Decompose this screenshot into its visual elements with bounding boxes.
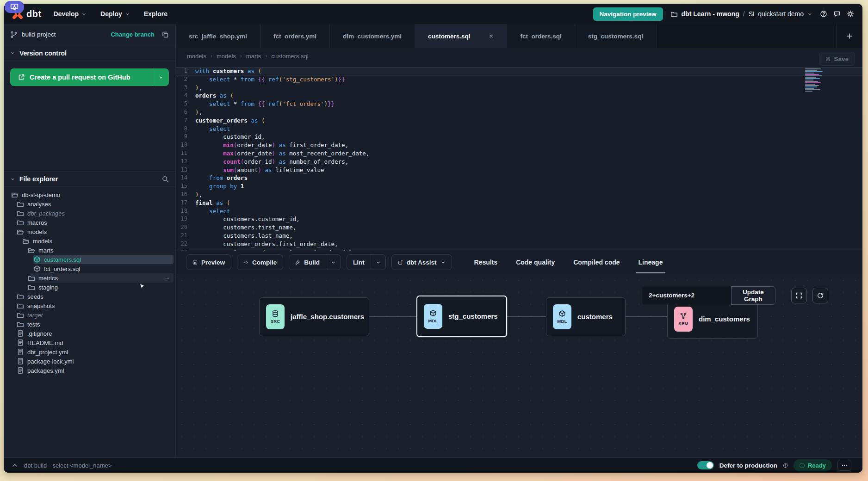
help-circle-icon[interactable]	[783, 463, 788, 468]
action-button-main[interactable]: Lint	[347, 255, 371, 270]
code-line[interactable]: 9 customer_id,	[176, 133, 862, 141]
tree-item-seeds[interactable]: seeds	[17, 292, 174, 301]
action-build-button[interactable]: Build	[289, 254, 341, 270]
tab-src-jaffle-shop-yml[interactable]: src_jaffle_shop.yml	[176, 24, 260, 48]
menu-develop[interactable]: Develop	[54, 10, 87, 18]
tree-item-macros[interactable]: macros	[17, 218, 174, 227]
tree-item-packages-yml[interactable]: packages.yml	[17, 366, 174, 375]
panel-tab-compiled-code[interactable]: Compiled code	[572, 257, 620, 268]
help-icon[interactable]	[820, 10, 827, 18]
tree-item-analyses[interactable]: analyses	[17, 199, 174, 209]
navigation-preview-button[interactable]: Navigation preview	[593, 7, 663, 21]
code-line[interactable]: 12 count(order_id) as number_of_orders,	[176, 158, 862, 166]
lineage-node-dim-customers[interactable]: SEMdim_customers	[667, 300, 758, 339]
tab-stg-customers-sql[interactable]: stg_customers.sql	[575, 24, 657, 48]
code-line[interactable]: 17final as (	[176, 199, 862, 207]
code-line[interactable]: 3),	[176, 84, 862, 92]
panel-tab-lineage[interactable]: Lineage	[638, 257, 664, 268]
tree-item-staging[interactable]: staging	[28, 283, 174, 292]
action-dropdown-button[interactable]	[326, 255, 341, 270]
new-tab-button[interactable]	[837, 24, 862, 48]
tree-item--gitignore[interactable]: .gitignore	[17, 329, 174, 338]
feedback-icon[interactable]	[833, 10, 841, 18]
row-menu-icon[interactable]	[165, 276, 170, 281]
more-options-button[interactable]	[837, 460, 851, 471]
code-line[interactable]: 21 customers.last_name,	[176, 232, 862, 240]
search-icon[interactable]	[161, 175, 169, 183]
lineage-node-jaffle-shop-customers[interactable]: SRCjaffle_shop.customers	[259, 297, 369, 336]
pr-button-dropdown[interactable]	[152, 68, 169, 86]
code-line[interactable]: 14 from orders	[176, 174, 862, 182]
project-breadcrumb[interactable]: dbt Learn - mwong / SL quickstart demo	[670, 10, 812, 18]
code-line[interactable]: 15 group by 1	[176, 182, 862, 191]
tree-item-readme-md[interactable]: README.md	[17, 338, 174, 347]
code-line[interactable]: 7customer_orders as (	[176, 117, 862, 125]
tree-item-snapshots[interactable]: snapshots	[17, 301, 174, 310]
collapse-panel-icon[interactable]	[11, 462, 19, 469]
code-line[interactable]: 20 customers.first_name,	[176, 223, 862, 232]
action-button-main[interactable]: dbt Assist	[392, 255, 452, 270]
action-button-main[interactable]: Compile	[237, 255, 283, 270]
create-pr-button[interactable]: Create a pull request on GitHub	[10, 68, 169, 86]
breadcrumb-item[interactable]: customers.sql	[271, 53, 308, 60]
code-line[interactable]: 19 customers.customer_id,	[176, 215, 862, 223]
panel-tab-results[interactable]: Results	[473, 257, 499, 268]
code-line[interactable]: 10 min(order_date) as first_order_date,	[176, 141, 862, 149]
update-graph-button[interactable]: Update Graph	[731, 286, 775, 305]
save-button[interactable]: Save	[819, 52, 855, 66]
code-line[interactable]: 5 select * from {{ ref('fct_orders')}}	[176, 100, 862, 108]
action-dbt-assist-button[interactable]: dbt Assist	[391, 254, 452, 270]
fullscreen-button[interactable]	[791, 288, 807, 303]
code-line[interactable]: 18 select	[176, 207, 862, 216]
tree-item-models[interactable]: models	[17, 227, 174, 236]
tree-item-package-lock-yml[interactable]: package-lock.yml	[17, 357, 174, 366]
code-line[interactable]: 6),	[176, 108, 862, 117]
action-lint-button[interactable]: Lint	[347, 254, 386, 270]
tree-item-models[interactable]: models	[22, 236, 174, 246]
breadcrumb-item[interactable]: marts	[246, 53, 261, 60]
tab-fct-orders-yml[interactable]: fct_orders.yml	[260, 24, 330, 48]
command-input[interactable]: dbt build --select <model_name>	[24, 462, 112, 469]
tree-item-dbt-project-yml[interactable]: dbt_project.yml	[17, 347, 174, 357]
menu-deploy[interactable]: Deploy	[100, 10, 130, 18]
code-line[interactable]: 4orders as (	[176, 92, 862, 100]
tab-dim-customers-yml[interactable]: dim_customers.yml	[330, 24, 415, 48]
tree-item-customers-sql[interactable]: customers.sql	[33, 255, 174, 264]
minimap[interactable]	[805, 68, 832, 94]
tree-item-db-sl-qs-demo[interactable]: db-sl-qs-demo	[11, 190, 174, 199]
settings-gear-icon[interactable]	[847, 10, 854, 18]
menu-explore[interactable]: Explore	[144, 10, 167, 18]
tree-item-tests[interactable]: tests	[17, 320, 174, 329]
tab-fct-orders-sql[interactable]: fct_orders.sql	[507, 24, 575, 48]
tree-item-target[interactable]: target	[17, 310, 174, 320]
code-line[interactable]: 23 customer_orders.most_recent_order_dat…	[176, 248, 862, 251]
code-line[interactable]: 8 select	[176, 125, 862, 133]
code-line[interactable]: 16),	[176, 191, 862, 199]
code-line[interactable]: 11 max(order_date) as most_recent_order_…	[176, 149, 862, 158]
code-editor[interactable]: 1with customers as (2 select * from {{ r…	[176, 64, 862, 251]
file-explorer-header[interactable]: File explorer	[4, 171, 175, 187]
lineage-canvas[interactable]: 2+customers+2 Update Graph SRCjaffle_sho…	[176, 274, 862, 458]
tree-item-dbt-packages[interactable]: dbt_packages	[17, 209, 174, 218]
lineage-node-stg-customers[interactable]: MDLstg_customers	[416, 296, 507, 337]
action-button-main[interactable]: Build	[289, 255, 326, 270]
lineage-selector-input[interactable]: 2+customers+2	[642, 286, 731, 305]
code-line[interactable]: 13 sum(amount) as lifetime_value	[176, 166, 862, 174]
tab-customers-sql[interactable]: customers.sql	[415, 24, 508, 48]
change-branch-link[interactable]: Change branch	[111, 31, 155, 38]
version-control-header[interactable]: Version control	[4, 45, 175, 61]
breadcrumb-item[interactable]: models	[187, 53, 206, 60]
breadcrumb-item[interactable]: models	[217, 53, 236, 60]
lineage-node-customers[interactable]: MDLcustomers	[546, 297, 626, 336]
close-tab-icon[interactable]	[489, 34, 494, 39]
tree-item-marts[interactable]: marts	[28, 246, 174, 255]
tree-item-fct-orders-sql[interactable]: fct_orders.sql	[33, 264, 174, 273]
defer-toggle[interactable]	[697, 461, 714, 469]
action-preview-button[interactable]: Preview	[186, 254, 231, 270]
code-line[interactable]: 1with customers as (	[176, 67, 862, 75]
action-dropdown-button[interactable]	[371, 255, 385, 270]
refresh-graph-button[interactable]	[812, 288, 828, 303]
action-button-main[interactable]: Preview	[186, 255, 231, 270]
copy-icon[interactable]	[161, 31, 169, 38]
action-compile-button[interactable]: Compile	[237, 254, 283, 270]
